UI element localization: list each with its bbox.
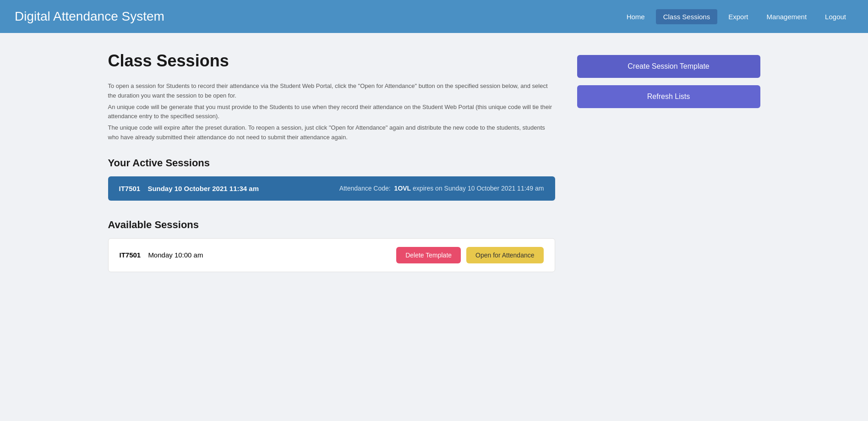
attendance-code-label: Attendance Code: [339, 185, 391, 192]
main-content: Class Sessions To open a session for Stu… [86, 33, 782, 290]
attendance-code-value: 1OVL [394, 185, 411, 192]
sidebar-actions: Create Session Template Refresh Lists [577, 51, 760, 108]
nav-item-management[interactable]: Management [759, 9, 814, 24]
active-session-right: Attendance Code: 1OVL expires on Sunday … [339, 185, 544, 192]
page-description: To open a session for Students to record… [108, 82, 555, 142]
available-session-course-code: IT7501 [120, 251, 141, 259]
active-session-card: IT7501 Sunday 10 October 2021 11:34 am A… [108, 176, 555, 201]
active-session-datetime: Sunday 10 October 2021 11:34 am [147, 185, 259, 192]
available-session-datetime: Monday 10:00 am [148, 251, 203, 259]
open-for-attendance-button[interactable]: Open for Attendance [466, 247, 543, 263]
content-area: Class Sessions To open a session for Stu… [108, 51, 555, 272]
active-sessions-title: Your Active Sessions [108, 157, 555, 169]
delete-template-button[interactable]: Delete Template [396, 247, 461, 263]
nav-item-logout[interactable]: Logout [818, 9, 853, 24]
attendance-code-expires: expires on Sunday 10 October 2021 11:49 … [413, 185, 544, 192]
navbar-brand: Digital Attendance System [15, 9, 164, 24]
description-line-2: An unique code will be generate that you… [108, 103, 555, 122]
navbar-nav: Home Class Sessions Export Management Lo… [619, 9, 853, 24]
nav-item-home[interactable]: Home [619, 9, 652, 24]
active-session-left: IT7501 Sunday 10 October 2021 11:34 am [119, 185, 259, 192]
page-title: Class Sessions [108, 51, 555, 71]
available-session-left: IT7501 Monday 10:00 am [120, 251, 203, 259]
refresh-lists-button[interactable]: Refresh Lists [577, 85, 760, 108]
navbar: Digital Attendance System Home Class Ses… [0, 0, 868, 33]
available-sessions-title: Available Sessions [108, 219, 555, 231]
nav-item-export[interactable]: Export [721, 9, 755, 24]
create-session-template-button[interactable]: Create Session Template [577, 55, 760, 78]
available-session-actions: Delete Template Open for Attendance [396, 247, 543, 263]
nav-item-class-sessions[interactable]: Class Sessions [656, 9, 718, 24]
description-line-3: The unique code will expire after the pr… [108, 123, 555, 142]
page-layout: Class Sessions To open a session for Stu… [108, 51, 760, 272]
active-session-course-code: IT7501 [119, 185, 141, 192]
available-session-card: IT7501 Monday 10:00 am Delete Template O… [108, 238, 555, 272]
description-line-1: To open a session for Students to record… [108, 82, 555, 101]
